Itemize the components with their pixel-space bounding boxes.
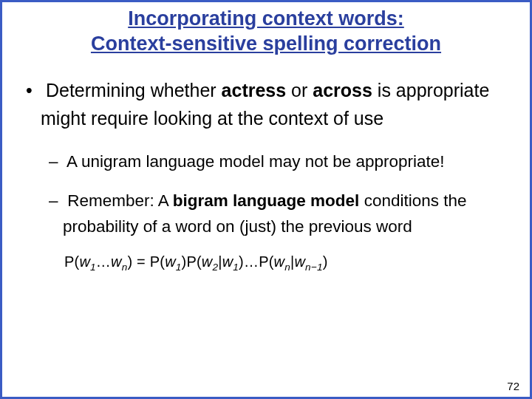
text: A unigram language model may not be appr…	[66, 152, 445, 171]
f: w	[79, 253, 90, 270]
f: n	[284, 262, 290, 273]
sub-bullet-1: A unigram language model may not be appr…	[23, 149, 509, 175]
f: 1	[233, 262, 239, 273]
title-line-1: Incorporating context words:	[128, 7, 404, 30]
f: =	[132, 253, 149, 270]
f: …	[96, 253, 111, 270]
f: w	[165, 253, 176, 270]
f: …	[244, 253, 259, 270]
f: w	[274, 253, 285, 270]
f: n−1	[305, 262, 323, 273]
f: P(	[150, 253, 165, 270]
f: w	[222, 253, 233, 270]
sub-bullet-2: Remember: A bigram language model condit…	[23, 188, 509, 240]
f: )	[323, 253, 328, 270]
text: Remember: A	[67, 191, 173, 210]
f: P(	[259, 253, 273, 270]
page-number: 72	[507, 380, 519, 392]
f: 1	[90, 262, 96, 273]
f: 1	[176, 262, 182, 273]
f: w	[202, 253, 213, 270]
main-bullet: Determining whether actress or across is…	[23, 76, 509, 134]
f: P(	[186, 253, 201, 270]
text: Determining whether	[46, 80, 222, 100]
f: w	[294, 253, 305, 270]
f: )	[239, 253, 244, 270]
text: or	[286, 80, 313, 100]
bold-across: across	[313, 80, 372, 100]
bold-actress: actress	[222, 80, 287, 100]
title-line-2: Context-sensitive spelling correction	[91, 33, 441, 55]
slide-title: Incorporating context words: Context-sen…	[23, 7, 509, 57]
probability-formula: P(w1…wn) = P(w1)P(w2|w1)…P(wn|wn−1)	[23, 253, 509, 270]
f: P(	[64, 253, 79, 270]
f: w	[111, 253, 122, 270]
slide: Incorporating context words: Context-sen…	[2, 2, 530, 397]
bold-bigram: bigram language model	[173, 191, 360, 210]
